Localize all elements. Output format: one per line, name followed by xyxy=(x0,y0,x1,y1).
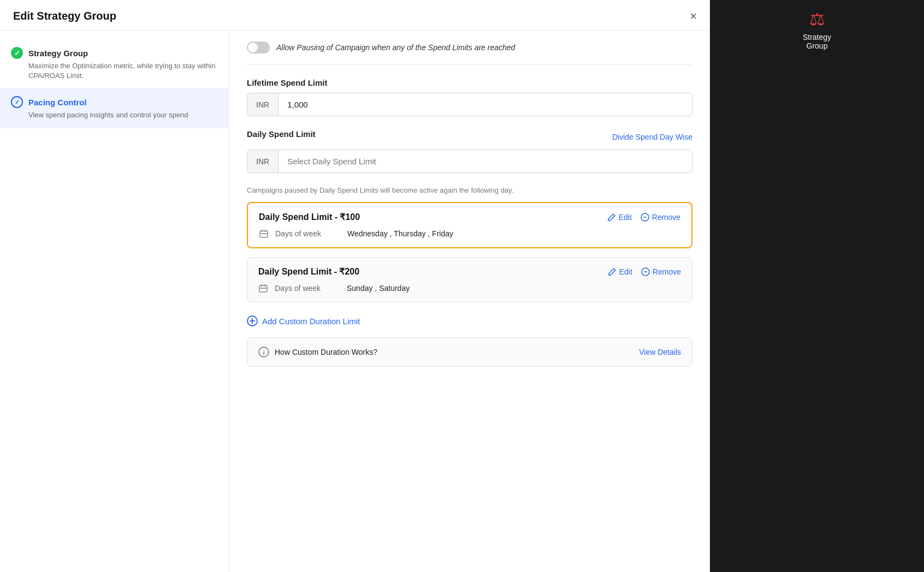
modal-body: Strategy Group Maximize the Optimization… xyxy=(0,31,710,572)
edit-icon-2 xyxy=(608,267,617,276)
info-icon xyxy=(258,347,269,358)
spend-card-200-title: Daily Spend Limit - ₹200 xyxy=(258,266,359,277)
edit-icon xyxy=(607,213,616,222)
info-title: How Custom Duration Works? xyxy=(275,348,377,356)
toggle-row: Allow Pausing of Campaign when any of th… xyxy=(247,31,692,65)
modal-title: Edit Strategy Group xyxy=(13,10,116,22)
spend-card-100-row-label: Days of week xyxy=(275,229,341,238)
lifetime-spend-input[interactable] xyxy=(279,93,692,116)
strategy-panel-label: StrategyGroup xyxy=(803,33,831,50)
spend-card-200-header: Daily Spend Limit - ₹200 Edit xyxy=(258,266,681,277)
spend-card-100-row: Days of week Wednesday , Thursday , Frid… xyxy=(259,229,680,239)
remove-icon xyxy=(641,213,649,222)
daily-spend-input-group: INR xyxy=(247,150,692,173)
sidebar: Strategy Group Maximize the Optimization… xyxy=(0,31,229,572)
pacing-control-check-icon xyxy=(11,96,23,108)
svg-rect-8 xyxy=(259,285,267,292)
add-custom-duration-button[interactable]: Add Custom Duration Limit xyxy=(247,315,360,326)
spend-card-100-actions: Edit Remove xyxy=(607,213,680,222)
daily-spend-section-header: Daily Spend Limit Divide Spend Day Wise xyxy=(247,129,692,144)
spend-card-200-row-label: Days of week xyxy=(275,284,340,293)
modal: Edit Strategy Group × Strategy Group Max… xyxy=(0,0,710,572)
main-content: Allow Pausing of Campaign when any of th… xyxy=(229,31,710,572)
calendar-icon xyxy=(259,229,269,239)
spend-card-100-remove-button[interactable]: Remove xyxy=(641,213,680,222)
sidebar-item-pacing-control-header: Pacing Control xyxy=(11,96,218,108)
remove-icon-2 xyxy=(641,267,650,276)
daily-spend-label: Daily Spend Limit xyxy=(247,129,316,139)
svg-point-17 xyxy=(264,350,264,350)
sidebar-item-strategy-group-desc: Maximize the Optimization metric, while … xyxy=(28,61,218,81)
lifetime-spend-section: Lifetime Spend Limit INR xyxy=(247,78,692,116)
daily-spend-input[interactable] xyxy=(279,150,692,172)
spend-card-100-edit-button[interactable]: Edit xyxy=(607,213,632,222)
spend-card-100-header: Daily Spend Limit - ₹100 Edit xyxy=(259,212,680,222)
daily-spend-currency: INR xyxy=(247,150,279,172)
sidebar-item-strategy-group[interactable]: Strategy Group Maximize the Optimization… xyxy=(0,39,229,88)
lifetime-spend-label: Lifetime Spend Limit xyxy=(247,78,692,87)
sidebar-item-strategy-group-title: Strategy Group xyxy=(28,49,88,58)
daily-spend-section: Daily Spend Limit Divide Spend Day Wise … xyxy=(247,129,692,194)
modal-header: Edit Strategy Group × xyxy=(0,0,710,31)
spend-card-200-edit-button[interactable]: Edit xyxy=(608,267,632,276)
spend-card-200-row-value: Sunday , Saturday xyxy=(347,284,410,293)
spend-card-200-row: Days of week Sunday , Saturday xyxy=(258,283,681,293)
sidebar-item-pacing-control-title: Pacing Control xyxy=(28,98,87,107)
info-card: How Custom Duration Works? View Details xyxy=(247,337,692,367)
sidebar-item-pacing-control[interactable]: Pacing Control View spend pacing insight… xyxy=(0,88,229,128)
lifetime-spend-input-group: INR xyxy=(247,93,692,116)
spend-card-200: Daily Spend Limit - ₹200 Edit xyxy=(247,257,692,302)
info-card-left: How Custom Duration Works? xyxy=(258,347,377,358)
strategy-logo-icon: ⚖ xyxy=(809,9,825,29)
spend-card-100-row-value: Wednesday , Thursday , Friday xyxy=(347,229,453,238)
add-custom-icon xyxy=(247,315,258,326)
sidebar-item-pacing-control-desc: View spend pacing insights and control y… xyxy=(28,110,218,120)
sidebar-item-strategy-group-header: Strategy Group xyxy=(11,47,218,59)
strategy-group-check-icon xyxy=(11,47,23,59)
view-details-link[interactable]: View Details xyxy=(639,348,681,356)
spend-card-200-actions: Edit Remove xyxy=(608,267,681,276)
daily-spend-hint: Campaigns paused by Daily Spend Limits w… xyxy=(247,186,692,194)
spend-card-100: Daily Spend Limit - ₹100 Edit xyxy=(247,202,692,248)
pause-campaign-toggle[interactable] xyxy=(247,41,270,53)
close-button[interactable]: × xyxy=(690,10,697,22)
svg-rect-2 xyxy=(260,231,268,237)
right-panel: ⚖ StrategyGroup xyxy=(710,0,924,572)
toggle-label: Allow Pausing of Campaign when any of th… xyxy=(276,43,515,52)
spend-card-200-remove-button[interactable]: Remove xyxy=(641,267,681,276)
lifetime-spend-currency: INR xyxy=(247,93,279,116)
spend-card-100-title: Daily Spend Limit - ₹100 xyxy=(259,212,360,222)
divide-spend-link[interactable]: Divide Spend Day Wise xyxy=(612,133,692,141)
calendar-icon-2 xyxy=(258,283,268,293)
